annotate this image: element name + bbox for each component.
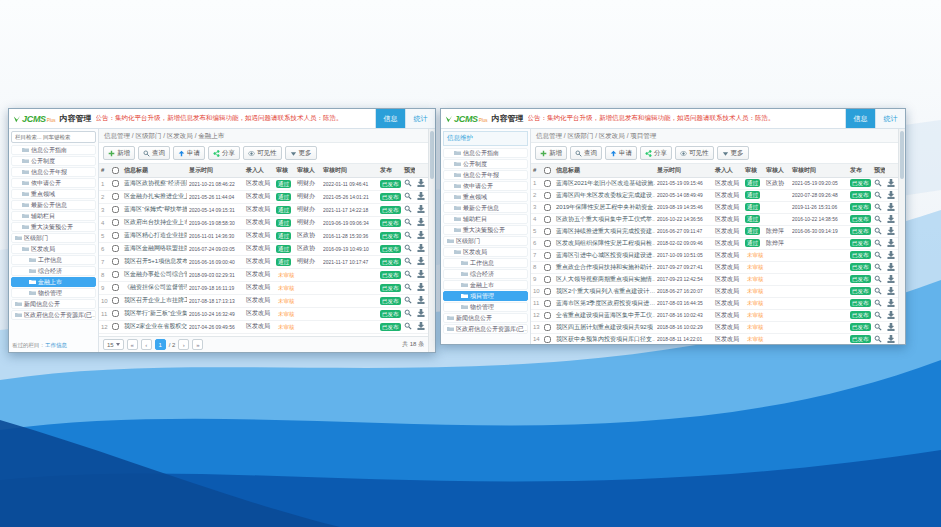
preview-icon[interactable]	[874, 251, 882, 259]
table-row[interactable]: 12全省重点建设项目蓝海区集中开工仪…2017-08-16 10:02:43区发…	[531, 309, 898, 321]
table-row[interactable]: 7我区召开5+1项信息发布会专题会议…2016-06-16 09:00:40区发…	[99, 255, 428, 268]
info-title-link[interactable]: 区金融办事处公司综合管理等单位公…	[124, 271, 187, 277]
tree-item[interactable]: 辅助栏目	[443, 214, 528, 224]
tree-item[interactable]: 区级部门	[443, 236, 528, 246]
select-all-checkbox[interactable]	[112, 167, 119, 174]
info-title-link[interactable]: 蓝海市区第3季度区政府投资项目进…	[556, 300, 655, 306]
preview-icon[interactable]	[404, 283, 412, 291]
row-checkbox[interactable]	[544, 300, 551, 307]
table-row[interactable]: 8区金融办事处公司综合管理等单位公…2018-09-03 02:29:31区发改…	[99, 268, 428, 281]
preview-icon[interactable]	[404, 257, 412, 265]
tree-item[interactable]: 区政府信息公开资源库(已…	[11, 310, 96, 320]
table-row[interactable]: 1蓝海区2021年老旧小区改造基础设施…2021-05-19 09:15:46区…	[531, 177, 898, 189]
table-row[interactable]: 32019年保障性安居工程中央补助资金…2019-08-19 14:35:46区…	[531, 201, 898, 213]
download-icon[interactable]	[887, 299, 895, 307]
last-page-button[interactable]: »	[192, 339, 203, 350]
tree-item[interactable]: 信息公开年报	[11, 167, 96, 177]
row-checkbox[interactable]	[544, 192, 551, 199]
table-row[interactable]: 5蓝海区持续推进重大项目完成投资建…2016-06-27 09:11:47区发改…	[531, 225, 898, 237]
info-title-link[interactable]: 全省重点建设项目蓝海区集中开工仪…	[556, 312, 655, 318]
tab-stats[interactable]: 统计	[875, 109, 905, 128]
preview-icon[interactable]	[404, 270, 412, 278]
tab-info[interactable]: 信息	[375, 109, 405, 128]
table-row[interactable]: 9区人大领导视察两期重点项目实施情…2017-09-23 12:42:54区发改…	[531, 273, 898, 285]
table-row[interactable]: 7蓝海区引进中心城区投资项目建设进…2017-10-09 10:51:05区发改…	[531, 249, 898, 261]
download-icon[interactable]	[887, 203, 895, 211]
search-input[interactable]	[11, 131, 96, 143]
download-icon[interactable]	[417, 231, 425, 239]
page-size-select[interactable]: 15	[103, 339, 124, 350]
tree-item[interactable]: 公开制度	[11, 156, 96, 166]
preview-icon[interactable]	[874, 215, 882, 223]
download-icon[interactable]	[887, 263, 895, 271]
tree-item[interactable]: 公开制度	[443, 159, 528, 169]
table-row[interactable]: 8重点政企合作项目扶持和实施补助计…2017-09-27 09:27:41区发改…	[531, 261, 898, 273]
search-button[interactable]: 查询	[570, 146, 602, 160]
download-icon[interactable]	[417, 257, 425, 265]
info-title-link[interactable]: 重点政企合作项目扶持和实施补助计…	[556, 264, 655, 270]
tree-item[interactable]: 最新公开信息	[443, 203, 528, 213]
download-icon[interactable]	[417, 192, 425, 200]
plus-button[interactable]: 新增	[103, 146, 135, 160]
tree-item[interactable]: 综合经济	[11, 266, 96, 276]
eye-button[interactable]: 可见性	[675, 146, 714, 160]
row-checkbox[interactable]	[544, 180, 551, 187]
download-icon[interactable]	[887, 215, 895, 223]
window-scrollbar[interactable]	[428, 129, 435, 352]
table-row[interactable]: 12我区2家企业在省股权交易中心挂牌2017-04-26 09:49:56区发改…	[99, 320, 428, 333]
row-checkbox[interactable]	[544, 276, 551, 283]
table-row[interactable]: 2蓝海区四年来区发改委核定完成建设…2020-05-14 08:49:49区发改…	[531, 189, 898, 201]
download-icon[interactable]	[887, 227, 895, 235]
scrollbar-thumb[interactable]	[430, 131, 434, 179]
info-title-link[interactable]: 《融资担保公司监督管理条例》公布	[124, 284, 187, 290]
share-button[interactable]: 分享	[640, 146, 672, 160]
row-checkbox[interactable]	[112, 219, 119, 226]
tab-stats[interactable]: 统计	[405, 109, 435, 128]
current-page[interactable]: 1	[155, 339, 166, 350]
plus-button[interactable]: 新增	[535, 146, 567, 160]
info-title-link[interactable]: 2019年保障性安居工程中央补助资金…	[556, 204, 655, 210]
tree-item[interactable]: 区级部门	[11, 233, 96, 243]
tree-item[interactable]: 综合经济	[443, 269, 528, 279]
preview-icon[interactable]	[404, 231, 412, 239]
preview-icon[interactable]	[874, 239, 882, 247]
preview-icon[interactable]	[874, 203, 882, 211]
row-checkbox[interactable]	[112, 310, 119, 317]
tree-item[interactable]: 依申请公开	[443, 181, 528, 191]
row-checkbox[interactable]	[544, 336, 551, 343]
download-icon[interactable]	[417, 283, 425, 291]
download-icon[interactable]	[887, 179, 895, 187]
info-title-link[interactable]: 区发改局组织保障性安居工程项目检…	[556, 240, 655, 246]
table-row[interactable]: 3蓝海区“保姆式”帮扶举措助力企业上…2020-05-14 09:15:31区发…	[99, 203, 428, 216]
info-title-link[interactable]: 区人大领导视察两期重点项目实施情…	[556, 276, 655, 282]
share-button[interactable]: 分享	[208, 146, 240, 160]
tree-item[interactable]: 重大决策预公开	[11, 222, 96, 232]
tree-item[interactable]: 新闻信息公开	[443, 313, 528, 323]
row-checkbox[interactable]	[112, 271, 119, 278]
info-title-link[interactable]: 蓝海区精心打造企业挂牌“金企对接”…	[124, 232, 187, 238]
preview-icon[interactable]	[874, 191, 882, 199]
row-checkbox[interactable]	[112, 232, 119, 239]
info-title-link[interactable]: 我区举行“新三板”企业集中挂牌仪式	[124, 310, 187, 316]
apply-button[interactable]: 申请	[605, 146, 637, 160]
tree-item[interactable]: 辅助栏目	[11, 211, 96, 221]
preview-icon[interactable]	[874, 299, 882, 307]
table-row[interactable]: 13我区四五届计划重点建设项目共92项2018-08-16 10:02:29区发…	[531, 321, 898, 333]
row-checkbox[interactable]	[544, 288, 551, 295]
info-title-link[interactable]: 蓝海区持续推进重大项目完成投资建…	[556, 228, 655, 234]
preview-icon[interactable]	[404, 218, 412, 226]
preview-icon[interactable]	[874, 179, 882, 187]
download-icon[interactable]	[417, 179, 425, 187]
preview-icon[interactable]	[404, 296, 412, 304]
tree-item[interactable]: 依申请公开	[11, 178, 96, 188]
preview-icon[interactable]	[874, 323, 882, 331]
row-checkbox[interactable]	[544, 216, 551, 223]
info-title-link[interactable]: 蓝海区四年来区发改委核定完成建设…	[556, 192, 655, 198]
row-checkbox[interactable]	[112, 206, 119, 213]
download-icon[interactable]	[417, 205, 425, 213]
download-icon[interactable]	[417, 309, 425, 317]
row-checkbox[interactable]	[544, 324, 551, 331]
row-checkbox[interactable]	[112, 284, 119, 291]
row-checkbox[interactable]	[112, 193, 119, 200]
tree-item[interactable]: 重点领域	[11, 189, 96, 199]
